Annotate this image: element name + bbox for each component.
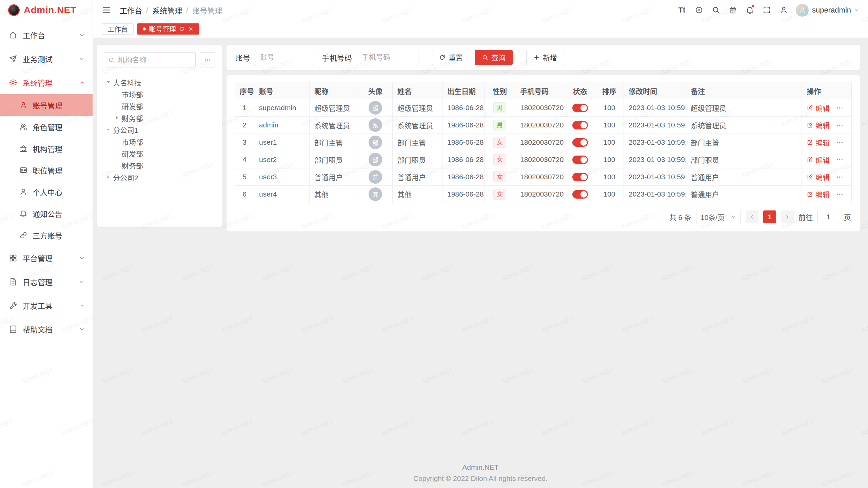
tree-node-branch-1[interactable]: 分公司1	[104, 124, 215, 136]
edit-button[interactable]: 编辑	[807, 120, 830, 130]
fullscreen-action[interactable]	[759, 3, 774, 18]
edit-button[interactable]: 编辑	[807, 103, 830, 113]
more-actions-icon[interactable]	[836, 121, 844, 129]
fullscreen-icon	[763, 6, 771, 14]
tab-account-management[interactable]: 账号管理	[137, 23, 199, 35]
more-actions-icon[interactable]	[836, 139, 844, 146]
cell-gender: 女	[485, 186, 515, 203]
sidebar-item-business-test[interactable]: 业务测试	[0, 47, 93, 70]
cell-phone: 18020030720	[515, 99, 565, 117]
sidebar-item-system-management[interactable]: 系统管理	[0, 70, 93, 94]
sidebar-item-label: 帮助文档	[23, 324, 79, 334]
sidebar-item-dev-tools[interactable]: 开发工具	[0, 293, 93, 317]
topbar-actions: Tt	[674, 3, 791, 18]
edit-button[interactable]: 编辑	[807, 172, 830, 182]
tree-caret[interactable]	[104, 78, 113, 87]
status-toggle[interactable]	[572, 156, 588, 164]
tree-node-market-dept-1[interactable]: 市场部	[104, 88, 215, 100]
sidebar-item-platform-management[interactable]: 平台管理	[0, 246, 93, 270]
sidebar-item-personal-center[interactable]: 个人中心	[0, 181, 93, 203]
sidebar-item-account-management[interactable]: 账号管理	[0, 94, 93, 116]
sidebar-item-third-party-account[interactable]: 三方账号	[0, 224, 93, 246]
status-toggle[interactable]	[572, 138, 588, 147]
theme-action[interactable]	[691, 3, 706, 18]
table-row: 6user4其他其其他1986-06-28女180200307201002023…	[235, 186, 852, 203]
breadcrumb-item[interactable]: 工作台	[120, 5, 142, 16]
user-menu[interactable]: superadmin	[796, 4, 859, 17]
tree-caret	[113, 137, 122, 146]
cell-name: 普通用户	[393, 168, 442, 186]
tree-node-finance-dept-1[interactable]: 财务部	[104, 112, 215, 124]
profile-action[interactable]	[776, 3, 791, 18]
add-button[interactable]: 新增	[526, 50, 564, 65]
edit-button[interactable]: 编辑	[807, 137, 830, 147]
tree-caret[interactable]	[104, 172, 113, 182]
more-actions-icon[interactable]	[836, 156, 844, 164]
search-action[interactable]	[708, 3, 723, 18]
chevron-down-icon	[79, 255, 85, 261]
goto-page-input[interactable]	[817, 210, 839, 224]
phone-filter-input[interactable]	[357, 50, 418, 65]
gear-icon	[9, 78, 17, 87]
tree-caret[interactable]	[113, 113, 122, 122]
org-more-button[interactable]	[200, 52, 215, 67]
next-page-button[interactable]	[781, 210, 794, 223]
chevron-down-icon	[79, 326, 85, 332]
user-icon	[19, 101, 27, 109]
status-toggle[interactable]	[572, 104, 588, 112]
caret-down-icon	[106, 80, 111, 85]
account-filter-input[interactable]	[255, 50, 313, 65]
filter-bar: 账号 手机号码 重置 查询 新增	[226, 45, 860, 70]
tree-node-rd-dept-2[interactable]: 研发部	[104, 147, 215, 159]
notifications-action[interactable]	[742, 3, 757, 18]
close-icon[interactable]	[188, 26, 194, 32]
cell-actions: 编辑	[802, 186, 852, 203]
font-size-action[interactable]: Tt	[674, 3, 689, 18]
prev-page-button[interactable]	[746, 210, 758, 223]
sidebar-item-notice-announcement[interactable]: 通知公告	[0, 203, 93, 224]
cell-account: user1	[254, 134, 310, 151]
tab-workbench[interactable]: 工作台	[102, 23, 134, 35]
edit-button[interactable]: 编辑	[807, 155, 830, 165]
reset-button[interactable]: 重置	[432, 50, 470, 65]
cell-avatar: 普	[358, 168, 393, 186]
sidebar-item-workbench[interactable]: 工作台	[0, 23, 93, 47]
sidebar-item-position-management[interactable]: 职位管理	[0, 159, 93, 181]
more-actions-icon[interactable]	[836, 190, 844, 198]
status-toggle[interactable]	[572, 173, 588, 181]
tree-node-daming-tech[interactable]: 大名科技	[104, 76, 215, 88]
status-toggle[interactable]	[572, 121, 588, 129]
search-icon	[108, 57, 115, 63]
sidebar-collapse-icon[interactable]	[102, 5, 111, 15]
breadcrumb-item[interactable]: 系统管理	[152, 5, 182, 16]
sidebar-item-log-management[interactable]: 日志管理	[0, 270, 93, 293]
tree-caret[interactable]	[104, 125, 113, 134]
app-logo[interactable]: Admin.NET	[0, 0, 93, 20]
cell-birthdate: 1986-06-28	[442, 134, 485, 151]
refresh-icon[interactable]	[179, 26, 185, 32]
sidebar-item-org-management[interactable]: 机构管理	[0, 138, 93, 159]
tree-node-rd-dept-1[interactable]: 研发部	[104, 100, 215, 112]
more-actions-icon[interactable]	[836, 104, 844, 112]
more-actions-icon[interactable]	[836, 173, 844, 181]
caret-down-icon	[106, 127, 111, 132]
gift-action[interactable]	[725, 3, 740, 18]
search-icon	[712, 6, 720, 14]
sidebar-item-role-management[interactable]: 角色管理	[0, 116, 93, 138]
sidebar-item-help-docs[interactable]: 帮助文档	[0, 317, 93, 341]
tree-node-market-dept-2[interactable]: 市场部	[104, 136, 215, 147]
tree-node-branch-2[interactable]: 分公司2	[104, 171, 215, 183]
edit-button[interactable]: 编辑	[807, 189, 830, 199]
status-toggle[interactable]	[572, 190, 588, 199]
org-search-input[interactable]	[118, 56, 191, 64]
bell-icon	[19, 209, 27, 218]
page-1-button[interactable]: 1	[763, 210, 776, 223]
page-size-select[interactable]: 10条/页	[696, 210, 741, 224]
person-icon	[19, 188, 27, 196]
org-search-field[interactable]	[104, 52, 196, 67]
search-button[interactable]: 查询	[475, 50, 513, 65]
cell-gender: 男	[485, 99, 515, 117]
tree-node-label: 大名科技	[113, 77, 141, 87]
cell-nickname: 系统管理员	[310, 117, 358, 134]
tree-node-finance-dept-2[interactable]: 财务部	[104, 159, 215, 171]
